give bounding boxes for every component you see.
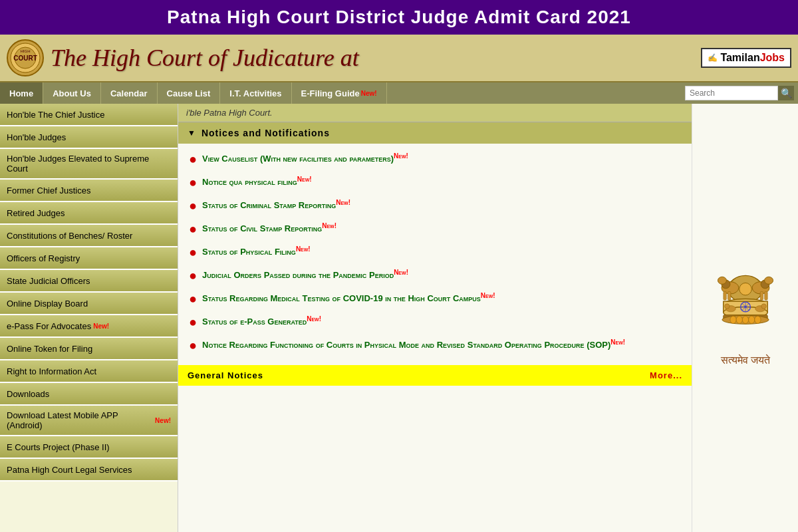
general-notices-label: General Notices [188, 370, 263, 380]
notice-item[interactable]: ● Judicial Orders Passed during the Pand… [189, 268, 681, 282]
svg-point-32 [730, 316, 735, 323]
svg-point-11 [718, 277, 726, 284]
sidebar-item-former-chief-justices[interactable]: Former Chief Justices [0, 180, 178, 202]
emblem-area: सत्यमेव जयते [692, 104, 798, 532]
sidebar-item-downloads[interactable]: Downloads [0, 383, 178, 406]
svg-point-27 [724, 304, 729, 309]
notice-text: Status of e-Pass GeneratedNew! [202, 315, 321, 329]
bullet-icon: ● [189, 199, 197, 212]
banner-title: Patna High Court District Judge Admit Ca… [167, 7, 631, 27]
svg-rect-16 [764, 291, 767, 300]
notice-text: Status of Criminal Stamp ReportingNew! [202, 198, 350, 212]
notice-item[interactable]: ● Status Regarding Medical Testing of CO… [189, 291, 681, 305]
content-breadcrumb: i'ble Patna High Court. [178, 104, 692, 122]
bullet-icon: ● [189, 292, 197, 305]
notice-text: Notice Regarding Functioning of Courts i… [202, 338, 625, 352]
bullet-icon: ● [189, 338, 197, 352]
header: COURT HIGH The High Court of Judicature … [0, 35, 798, 82]
bullet-icon: ● [189, 152, 197, 166]
sidebar-item-constitutions-benches[interactable]: Constitutions of Benches/ Roster [0, 225, 178, 247]
sidebar-item-online-token[interactable]: Online Token for Filing [0, 338, 178, 360]
notice-item[interactable]: ● Status of Physical FilingNew! [189, 245, 681, 259]
bullet-icon: ● [189, 315, 197, 329]
search-area: 🔍 [681, 82, 798, 104]
svg-point-35 [748, 316, 754, 323]
notice-text: Notice qua physical filingNew! [202, 175, 312, 189]
svg-text:HIGH: HIGH [21, 49, 31, 53]
svg-point-33 [736, 316, 742, 323]
svg-text:COURT: COURT [13, 55, 37, 62]
sidebar-item-judges-elevated[interactable]: Hon'ble Judges Elevated to Supreme Court [0, 149, 178, 180]
sidebar-item-epass-advocates[interactable]: e-Pass For Advocates New! [0, 315, 178, 338]
content-header-text: i'ble Patna High Court. [186, 108, 273, 118]
svg-rect-13 [723, 291, 726, 300]
tamilan-jobs-badge: ✍ TamilanTamilanJobsJobs [701, 48, 791, 68]
bullet-icon: ● [189, 222, 197, 235]
notice-text: Status of Physical FilingNew! [202, 245, 311, 259]
nav-efiling-guide[interactable]: E-Filing Guide New! [292, 82, 387, 104]
top-banner: Patna High Court District Judge Admit Ca… [0, 0, 798, 35]
sidebar-item-judges[interactable]: Hon'ble Judges [0, 126, 178, 149]
sidebar-item-ecourts[interactable]: E Courts Project (Phase II) [0, 436, 178, 459]
court-seal-icon: COURT HIGH [7, 39, 44, 76]
bullet-icon: ● [189, 176, 197, 189]
court-title: The High Court of Judicature at [51, 44, 694, 72]
notice-item[interactable]: ● Status of e-Pass GeneratedNew! [189, 315, 681, 329]
sidebar-item-retired-judges[interactable]: Retired Judges [0, 202, 178, 225]
notice-item[interactable]: ● Status of Criminal Stamp ReportingNew! [189, 198, 681, 212]
bullet-icon: ● [189, 245, 197, 259]
nav-about-us[interactable]: About Us [43, 82, 101, 104]
svg-rect-15 [760, 291, 763, 300]
general-notices-bar: General Notices More... [178, 365, 692, 386]
sidebar-item-chief-justice[interactable]: Hon'ble The Chief Justice [0, 104, 178, 126]
sidebar: Hon'ble The Chief Justice Hon'ble Judges… [0, 104, 178, 532]
notice-text: Status Regarding Medical Testing of COVI… [202, 291, 495, 305]
search-input[interactable] [685, 86, 778, 100]
notice-text: View Causelist (With new facilities and … [202, 152, 408, 166]
svg-point-29 [761, 304, 766, 309]
notice-item[interactable]: ● Status of Civil Stamp ReportingNew! [189, 221, 681, 235]
ashoka-emblem-icon [706, 271, 785, 350]
notice-item[interactable]: ● View Causelist (With new facilities an… [189, 152, 681, 166]
satyameva-text: सत्यमेव जयते [721, 354, 770, 366]
notice-item[interactable]: ● Notice qua physical filingNew! [189, 175, 681, 189]
content-emblem-wrapper: i'ble Patna High Court. Notices and Noti… [178, 104, 798, 532]
svg-point-36 [754, 316, 760, 323]
sidebar-item-rti[interactable]: Right to Information Act [0, 360, 178, 383]
sidebar-item-officers-registry[interactable]: Officers of Registry [0, 247, 178, 270]
notices-section-header: Notices and Notifications [178, 122, 692, 144]
sidebar-item-legal-services[interactable]: Patna High Court Legal Services [0, 459, 178, 481]
svg-rect-14 [728, 291, 731, 300]
sidebar-item-state-judicial-officers[interactable]: State Judicial Officers [0, 270, 178, 293]
nav-calendar[interactable]: Calendar [101, 82, 158, 104]
notices-header-text: Notices and Notifications [201, 128, 330, 138]
notice-text: Status of Civil Stamp ReportingNew! [202, 221, 336, 235]
content-area: i'ble Patna High Court. Notices and Noti… [178, 104, 692, 532]
search-button[interactable]: 🔍 [778, 86, 794, 100]
notices-list: ● View Causelist (With new facilities an… [178, 148, 692, 365]
main-layout: Hon'ble The Chief Justice Hon'ble Judges… [0, 104, 798, 532]
nav-cause-list[interactable]: Cause List [158, 82, 221, 104]
svg-point-34 [742, 316, 748, 323]
more-link[interactable]: More... [650, 370, 682, 380]
svg-point-12 [764, 277, 773, 284]
nav-home[interactable]: Home [0, 82, 43, 104]
svg-point-8 [739, 283, 751, 295]
navbar: Home About Us Calendar Cause List I.T. A… [0, 82, 798, 104]
nav-it-activities[interactable]: I.T. Activities [220, 82, 291, 104]
notices-content: i'ble Patna High Court. Notices and Noti… [178, 104, 692, 532]
sidebar-item-mobile-app[interactable]: Download Latest Mobile APP (Android) New… [0, 406, 178, 436]
sidebar-item-online-display-board[interactable]: Online Display Board [0, 293, 178, 315]
notice-item[interactable]: ● Notice Regarding Functioning of Courts… [189, 338, 681, 352]
bullet-icon: ● [189, 269, 197, 282]
notice-text: Judicial Orders Passed during the Pandem… [202, 268, 408, 282]
